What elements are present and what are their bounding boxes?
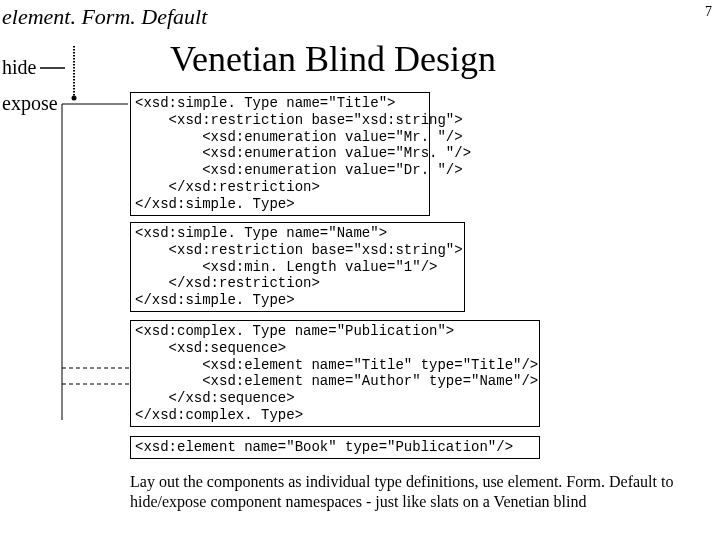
page-title: Venetian Blind Design	[170, 38, 496, 80]
code-box-name-type: <xsd:simple. Type name="Name"> <xsd:rest…	[130, 222, 465, 312]
hide-label: hide	[2, 56, 36, 79]
slide-caption: Lay out the components as individual typ…	[130, 472, 690, 512]
code-box-title-type: <xsd:simple. Type name="Title"> <xsd:res…	[130, 92, 430, 216]
expose-label: expose	[2, 92, 58, 115]
code-box-book-element: <xsd:element name="Book" type="Publicati…	[130, 436, 540, 459]
code-box-publication-type: <xsd:complex. Type name="Publication"> <…	[130, 320, 540, 427]
page-number: 7	[705, 4, 712, 20]
header-label: element. Form. Default	[2, 4, 207, 30]
svg-point-2	[72, 96, 77, 101]
